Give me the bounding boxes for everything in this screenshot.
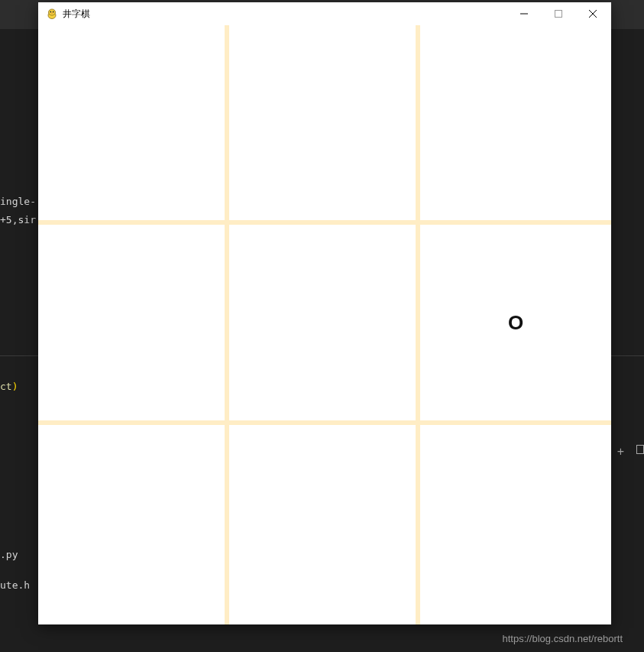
game-window: 井字棋 O (38, 2, 611, 624)
plus-icon: + (617, 445, 624, 459)
tic-tac-toe-board: O (38, 25, 611, 624)
window-titlebar[interactable]: 井字棋 (38, 2, 611, 25)
minimize-button[interactable] (506, 3, 541, 24)
close-button[interactable] (575, 3, 610, 24)
cell-2-0[interactable] (38, 425, 229, 624)
app-icon (46, 8, 58, 20)
svg-point-3 (53, 11, 54, 13)
svg-point-4 (51, 12, 53, 14)
svg-point-1 (49, 9, 56, 15)
svg-rect-6 (555, 11, 561, 18)
bg-code-line: +5,sir (0, 214, 36, 225)
watermark-text: https://blog.csdn.net/rebortt (502, 633, 623, 644)
cell-2-2[interactable] (420, 425, 611, 624)
svg-point-2 (50, 11, 51, 13)
cell-0-1[interactable] (229, 25, 420, 225)
mark: O (508, 313, 523, 332)
cell-0-2[interactable] (420, 25, 611, 225)
bg-code-line: ct) (0, 381, 18, 392)
split-icon (636, 445, 644, 454)
bg-code-line: ingle- (0, 196, 36, 207)
cell-1-0[interactable] (38, 225, 229, 424)
cell-1-2[interactable]: O (420, 225, 611, 424)
cell-0-0[interactable] (38, 25, 229, 225)
maximize-button[interactable] (541, 3, 575, 24)
cell-2-1[interactable] (229, 425, 420, 624)
bg-code-line: .py (0, 549, 18, 560)
cell-1-1[interactable] (229, 225, 420, 424)
window-title: 井字棋 (63, 8, 90, 21)
bg-code-line: ute.h (0, 579, 30, 591)
